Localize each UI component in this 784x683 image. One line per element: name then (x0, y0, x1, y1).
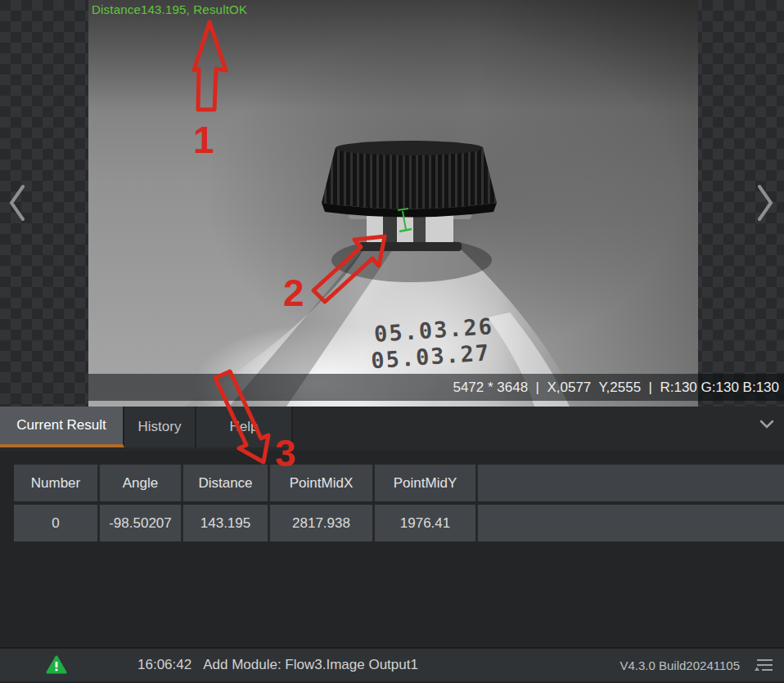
log-list-icon[interactable] (751, 655, 776, 675)
table-row[interactable]: 0 -98.50207 143.195 2817.938 1976.41 (14, 505, 784, 541)
row-filler (478, 505, 784, 541)
tab-current-result[interactable]: Current Result (0, 407, 124, 447)
header-distance: Distance (183, 465, 270, 501)
table-header-row: Number Angle Distance PointMidX PointMid… (14, 465, 784, 501)
cell-angle: -98.50207 (100, 505, 183, 541)
cell-pointmidx: 2817.938 (270, 505, 375, 541)
neck-ring (358, 242, 462, 251)
chevron-left-icon[interactable] (3, 182, 31, 224)
cell-pointmidy: 1976.41 (375, 505, 478, 541)
warning-icon[interactable] (46, 655, 67, 675)
image-info-bar: 5472 * 3648 | X,0577 Y,2555 | R:130 G:13… (88, 374, 784, 401)
chevron-right-icon[interactable] (751, 182, 779, 224)
result-tabbar: Current Result History Help (0, 407, 784, 451)
cell-number: 0 (14, 505, 100, 541)
version-label: V4.3.0 Build20241105 (620, 658, 740, 672)
header-angle: Angle (100, 465, 183, 501)
chevron-down-icon[interactable] (759, 420, 774, 429)
header-pointmidy: PointMidY (375, 465, 478, 501)
tab-help[interactable]: Help (196, 407, 293, 447)
status-bar: 16:06:42 Add Module: Flow3.Image Output1… (0, 647, 784, 681)
header-filler (478, 465, 784, 501)
status-time: 16:06:42 (137, 657, 191, 673)
cap-top (336, 141, 483, 155)
result-overlay-text: Distance143.195, ResultOK (92, 2, 247, 16)
status-message: Add Module: Flow3.Image Output1 (203, 657, 418, 673)
neck-notch-2 (413, 214, 426, 245)
cell-distance: 143.195 (183, 505, 270, 541)
camera-image: 05.03.26 05.03.27 (88, 0, 698, 407)
neck-notch-1 (383, 214, 397, 245)
results-table: Number Angle Distance PointMidX PointMid… (14, 465, 784, 545)
header-number: Number (14, 465, 100, 501)
tab-history[interactable]: History (124, 407, 196, 447)
header-pointmidx: PointMidX (270, 465, 375, 501)
vision-app-window: 05.03.26 05.03.27 Distance143.195, Resul… (0, 0, 784, 683)
current-result-panel: Number Angle Distance PointMidX PointMid… (0, 451, 784, 647)
image-viewer[interactable]: 05.03.26 05.03.27 Distance143.195, Resul… (0, 0, 784, 407)
